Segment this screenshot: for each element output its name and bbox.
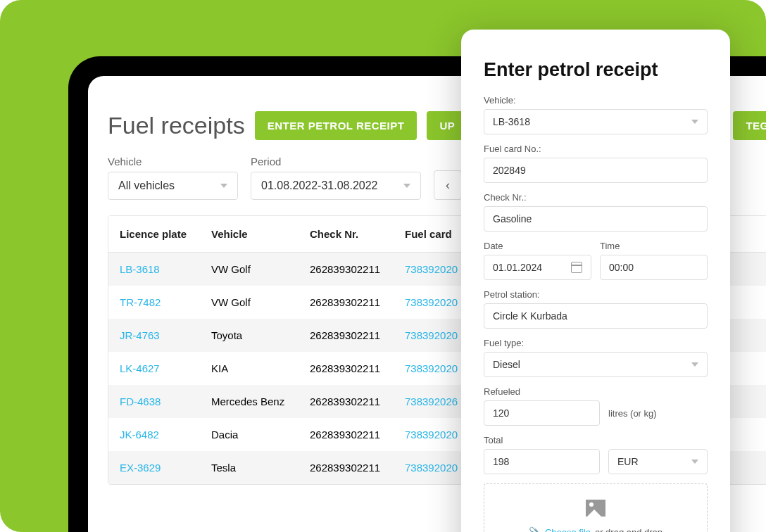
chevron-down-icon [691, 460, 698, 464]
period-dropdown[interactable]: 01.08.2022-31.08.2022 [251, 172, 421, 200]
vehicle-dropdown-value: All vehicles [118, 179, 175, 192]
fuelcard-label: Fuel card No.: [484, 144, 708, 154]
header-vehicle: Vehicle [211, 228, 310, 240]
currency-select[interactable]: EUR [608, 449, 708, 474]
chevron-down-icon [691, 120, 698, 124]
cell-check: 262839302211 [310, 296, 405, 308]
period-filter: Period 01.08.2022-31.08.2022 [251, 156, 421, 200]
fueltype-select-value: Diesel [493, 359, 520, 370]
image-icon [586, 500, 605, 517]
date-label: Date [484, 241, 591, 251]
plate-link[interactable]: LB-3618 [120, 263, 211, 275]
prev-button[interactable]: ‹ [434, 170, 462, 200]
vehicle-filter-label: Vehicle [108, 156, 238, 167]
check-input[interactable] [484, 206, 708, 232]
chevron-left-icon: ‹ [446, 178, 450, 193]
enter-receipt-modal: Enter petrol receipt Vehicle: LB-3618 Fu… [461, 30, 730, 532]
cell-check: 262839302211 [310, 429, 405, 441]
choose-file-link[interactable]: Choose file [545, 527, 591, 533]
modal-title: Enter petrol receipt [484, 59, 708, 81]
fueltype-select[interactable]: Diesel [484, 352, 708, 377]
plate-link[interactable]: JK-6482 [120, 429, 211, 441]
vehicle-filter: Vehicle All vehicles [108, 156, 238, 200]
date-input[interactable]: 01.01.2024 [484, 255, 591, 280]
chevron-down-icon [403, 184, 410, 188]
plate-link[interactable]: EX-3629 [120, 462, 211, 474]
cell-vehicle: Mercedes Benz [211, 395, 310, 407]
plate-link[interactable]: TR-7482 [120, 296, 211, 308]
station-label: Petrol station: [484, 289, 708, 300]
header-plate: Licence plate [120, 228, 211, 240]
cell-vehicle: Dacia [211, 429, 310, 441]
currency-value: EUR [617, 456, 639, 467]
chevron-down-icon [220, 184, 227, 188]
time-input[interactable] [600, 255, 708, 280]
drag-drop-text: or drag and drop [595, 527, 663, 533]
cell-vehicle: Toyota [211, 329, 310, 341]
enter-receipt-button[interactable]: ENTER PETROL RECEIPT [255, 111, 417, 140]
cell-check: 262839302211 [310, 462, 405, 474]
total-label: Total [484, 435, 708, 445]
check-label: Check Nr.: [484, 192, 708, 203]
cell-check: 262839302211 [310, 395, 405, 407]
file-upload-area[interactable]: 📎 Choose file or drag and drop Allowed f… [484, 483, 708, 532]
chevron-down-icon [691, 362, 698, 367]
paperclip-icon: 📎 [529, 526, 541, 532]
vehicle-dropdown[interactable]: All vehicles [108, 172, 238, 200]
cell-check: 262839302211 [310, 362, 405, 374]
cell-vehicle: VW Golf [211, 263, 310, 275]
plate-link[interactable]: JR-4763 [120, 329, 211, 341]
calendar-icon [571, 262, 582, 273]
plate-link[interactable]: FD-4638 [120, 395, 211, 407]
total-input[interactable] [484, 449, 600, 474]
cell-check: 262839302211 [310, 263, 405, 275]
time-label: Time [600, 241, 708, 251]
fuelcard-input[interactable] [484, 158, 708, 183]
refueled-unit: litres (or kg) [608, 408, 657, 419]
cell-check: 262839302211 [310, 329, 405, 341]
station-input[interactable] [484, 303, 708, 329]
fueltype-label: Fuel type: [484, 338, 708, 348]
refueled-input[interactable] [484, 400, 600, 426]
vehicle-select[interactable]: LB-3618 [484, 109, 708, 134]
header-check: Check Nr. [310, 228, 405, 240]
cell-vehicle: VW Golf [211, 296, 310, 308]
page-title: Fuel receipts [108, 112, 245, 139]
date-value: 01.01.2024 [493, 262, 542, 273]
period-dropdown-value: 01.08.2022-31.08.2022 [261, 179, 377, 192]
integration-button[interactable]: TEGRAT [733, 111, 766, 140]
cell-vehicle: Tesla [211, 462, 310, 474]
vehicle-label: Vehicle: [484, 95, 708, 106]
vehicle-select-value: LB-3618 [493, 116, 530, 127]
period-filter-label: Period [251, 156, 421, 167]
cell-vehicle: KIA [211, 362, 310, 374]
plate-link[interactable]: LK-4627 [120, 362, 211, 374]
refueled-label: Refueled [484, 386, 708, 397]
